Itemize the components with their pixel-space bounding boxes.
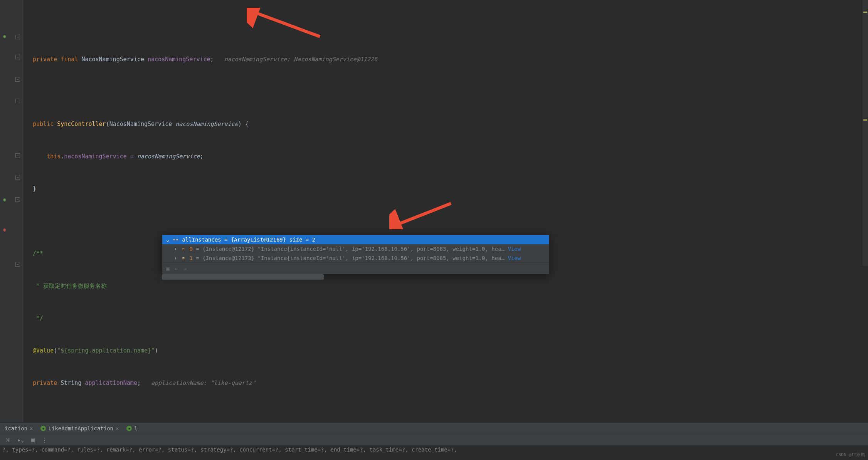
debug-toolbar: ⤭ ▸⌄ ▦ ⋮ [0,434,868,445]
view-link[interactable]: View [505,255,521,261]
run-tabs-bar: ication× ◆LikeAdminApplication× ◆l [0,422,868,434]
code-line: } [23,183,868,194]
restart-frame-icon[interactable]: ⤭ [5,436,10,443]
close-icon[interactable]: × [30,425,33,431]
debug-variable-row[interactable]: › ≡ 0 = {Instance@12172} "Instance{insta… [162,244,549,254]
code-editor[interactable]: private final NacosNamingService nacosNa… [23,0,868,460]
gutter-spring-icon[interactable]: ◉ [3,196,9,203]
fold-marker-icon[interactable]: − [15,77,20,82]
object-icon: ≡ [180,246,186,252]
view-link[interactable]: View [505,246,521,252]
code-line: public SyncController(NacosNamingService… [23,119,868,129]
watermark-text: CSDN @IT跃鸭 [836,452,865,458]
calculator-icon[interactable]: ▦ [31,436,35,443]
chevron-right-icon[interactable]: › [174,246,177,252]
close-icon[interactable]: × [116,425,119,431]
fold-marker-icon[interactable]: − [15,55,20,59]
set-value-icon[interactable]: ▣ [166,265,169,272]
chevron-right-icon[interactable]: › [174,255,177,261]
code-line: @Value("${spring.application.name}") [23,345,868,356]
code-line: private String applicationName; applicat… [23,378,868,388]
fold-marker-icon[interactable]: − [15,197,20,202]
editor-gutter: ◉ ◉ ◉ − − − − − − − − [0,0,23,460]
console-line: ?, types=?, command=?, rules=?, remark=?… [2,446,866,453]
fold-marker-icon[interactable]: − [15,153,20,158]
fold-column: − − − − − − − − [12,0,23,460]
drop-frame-icon[interactable]: ▸⌄ [17,436,24,443]
debug-variable-popup[interactable]: ⌄ 👓 allInstances = {ArrayList@12169} siz… [162,235,549,274]
debug-variable-row[interactable]: › ≡ 1 = {Instance@12173} "Instance{insta… [162,254,549,263]
gutter-spring-icon[interactable]: ◉ [3,33,9,39]
console-output[interactable]: ?, types=?, command=?, rules=?, remark=?… [0,445,868,460]
spring-boot-icon: ◆ [126,426,132,431]
error-stripe[interactable] [863,0,868,266]
debug-popup-toolbar: ▣ ← → [162,263,549,274]
code-line: * 获取定时任务微服务名称 [23,280,868,291]
nav-forward-icon[interactable]: → [183,265,187,272]
object-icon: ≡ [180,255,186,261]
run-tab[interactable]: ◆LikeAdminApplication× [37,424,122,433]
run-tab[interactable]: ication× [2,424,36,433]
debug-popup-header[interactable]: ⌄ 👓 allInstances = {ArrayList@12169} siz… [162,235,549,244]
fold-marker-icon[interactable]: − [15,99,20,103]
code-line: this.nacosNamingService = nacosNamingSer… [23,151,868,162]
fold-marker-icon[interactable]: − [15,262,20,267]
code-line: */ [23,313,868,324]
spring-boot-icon: ◆ [40,426,46,431]
nav-back-icon[interactable]: ← [175,265,178,272]
horizontal-scrollbar[interactable] [162,274,324,280]
fold-marker-icon[interactable]: − [15,35,20,39]
run-tab[interactable]: ◆l [123,424,140,433]
settings-icon[interactable]: ⋮ [42,436,47,443]
glasses-icon: 👓 [172,237,179,243]
chevron-down-icon[interactable]: ⌄ [166,237,169,243]
code-line: private final NacosNamingService nacosNa… [23,54,868,65]
gutter-breakpoint-indicator[interactable]: ◉ [3,227,9,233]
fold-marker-icon[interactable]: − [15,175,20,180]
